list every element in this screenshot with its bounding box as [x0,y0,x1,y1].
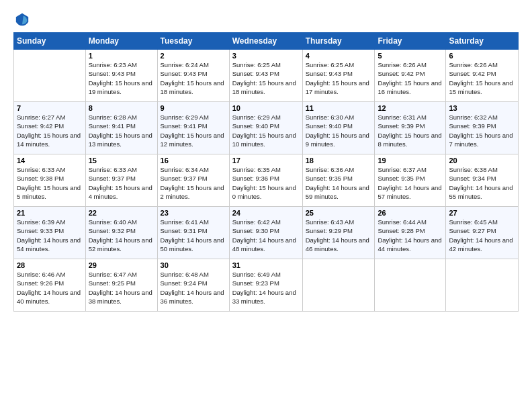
calendar-cell: 6Sunrise: 6:26 AMSunset: 9:42 PMDaylight… [446,50,519,102]
day-number: 12 [378,104,443,112]
calendar-cell: 15Sunrise: 6:33 AMSunset: 9:37 PMDayligh… [85,154,157,207]
day-info: Sunrise: 6:33 AMSunset: 9:38 PMDaylight:… [17,166,81,200]
calendar-cell: 11Sunrise: 6:30 AMSunset: 9:40 PMDayligh… [302,102,375,154]
week-row: 28Sunrise: 6:46 AMSunset: 9:26 PMDayligh… [14,259,519,312]
col-sunday: Sunday [14,33,86,50]
calendar-cell: 29Sunrise: 6:47 AMSunset: 9:25 PMDayligh… [85,259,157,312]
week-row: 7Sunrise: 6:27 AMSunset: 9:42 PMDaylight… [14,102,519,154]
col-tuesday: Tuesday [157,33,229,50]
day-number: 8 [89,104,154,112]
day-info: Sunrise: 6:47 AMSunset: 9:25 PMDaylight:… [89,271,152,305]
day-number: 19 [378,156,443,165]
col-friday: Friday [375,33,446,50]
calendar-cell: 2Sunrise: 6:24 AMSunset: 9:43 PMDaylight… [157,50,229,102]
logo-icon [15,12,30,27]
calendar-cell: 31Sunrise: 6:49 AMSunset: 9:23 PMDayligh… [229,259,302,312]
calendar-cell: 23Sunrise: 6:41 AMSunset: 9:31 PMDayligh… [157,207,229,259]
day-number: 22 [89,209,154,217]
calendar-cell: 9Sunrise: 6:29 AMSunset: 9:41 PMDaylight… [157,102,229,154]
day-number: 31 [232,261,300,269]
day-info: Sunrise: 6:45 AMSunset: 9:27 PMDaylight:… [449,218,513,253]
day-number: 13 [449,104,515,112]
calendar-cell: 14Sunrise: 6:33 AMSunset: 9:38 PMDayligh… [14,154,86,207]
day-number: 21 [17,209,83,217]
calendar-cell: 4Sunrise: 6:25 AMSunset: 9:43 PMDaylight… [302,50,375,102]
calendar-cell [375,259,446,312]
week-row: 14Sunrise: 6:33 AMSunset: 9:38 PMDayligh… [14,154,519,207]
calendar-cell: 27Sunrise: 6:45 AMSunset: 9:27 PMDayligh… [446,207,519,259]
day-number: 7 [17,104,83,112]
calendar-cell: 19Sunrise: 6:37 AMSunset: 9:35 PMDayligh… [375,154,446,207]
logo [13,12,30,24]
calendar-table: Sunday Monday Tuesday Wednesday Thursday… [13,32,519,312]
page: Sunday Monday Tuesday Wednesday Thursday… [0,0,532,318]
week-row: 1Sunrise: 6:23 AMSunset: 9:43 PMDaylight… [14,50,519,102]
day-info: Sunrise: 6:29 AMSunset: 9:40 PMDaylight:… [232,113,296,148]
day-number: 16 [161,156,226,165]
day-info: Sunrise: 6:37 AMSunset: 9:35 PMDaylight:… [378,166,441,200]
calendar-cell: 30Sunrise: 6:48 AMSunset: 9:24 PMDayligh… [157,259,229,312]
day-number: 15 [89,156,154,165]
calendar-cell: 3Sunrise: 6:25 AMSunset: 9:43 PMDaylight… [229,50,302,102]
calendar-cell: 28Sunrise: 6:46 AMSunset: 9:26 PMDayligh… [14,259,86,312]
calendar-cell: 26Sunrise: 6:44 AMSunset: 9:28 PMDayligh… [375,207,446,259]
day-info: Sunrise: 6:48 AMSunset: 9:24 PMDaylight:… [161,271,224,305]
day-info: Sunrise: 6:36 AMSunset: 9:35 PMDaylight:… [306,166,369,200]
day-number: 2 [161,52,226,60]
day-number: 5 [378,52,443,60]
day-info: Sunrise: 6:31 AMSunset: 9:39 PMDaylight:… [378,113,441,148]
day-number: 28 [17,261,83,269]
calendar-cell: 25Sunrise: 6:43 AMSunset: 9:29 PMDayligh… [302,207,375,259]
day-number: 29 [89,261,154,269]
day-info: Sunrise: 6:38 AMSunset: 9:34 PMDaylight:… [449,166,513,200]
day-info: Sunrise: 6:28 AMSunset: 9:41 PMDaylight:… [89,113,152,148]
day-info: Sunrise: 6:44 AMSunset: 9:28 PMDaylight:… [378,218,441,253]
day-number: 18 [306,156,372,165]
col-wednesday: Wednesday [229,33,302,50]
day-number: 11 [306,104,372,112]
calendar-cell: 24Sunrise: 6:42 AMSunset: 9:30 PMDayligh… [229,207,302,259]
day-info: Sunrise: 6:24 AMSunset: 9:43 PMDaylight:… [161,61,224,95]
day-info: Sunrise: 6:39 AMSunset: 9:33 PMDaylight:… [17,218,81,253]
day-info: Sunrise: 6:43 AMSunset: 9:29 PMDaylight:… [306,218,369,253]
day-number: 24 [232,209,300,217]
day-number: 9 [161,104,226,112]
day-number: 10 [232,104,300,112]
day-number: 27 [449,209,515,217]
week-row: 21Sunrise: 6:39 AMSunset: 9:33 PMDayligh… [14,207,519,259]
calendar-cell: 1Sunrise: 6:23 AMSunset: 9:43 PMDaylight… [85,50,157,102]
calendar-cell [14,50,86,102]
day-number: 25 [306,209,372,217]
col-thursday: Thursday [302,33,375,50]
calendar-cell [446,259,519,312]
day-info: Sunrise: 6:25 AMSunset: 9:43 PMDaylight:… [232,61,296,95]
col-saturday: Saturday [446,33,519,50]
day-number: 1 [89,52,154,60]
calendar-cell: 21Sunrise: 6:39 AMSunset: 9:33 PMDayligh… [14,207,86,259]
calendar-cell: 7Sunrise: 6:27 AMSunset: 9:42 PMDaylight… [14,102,86,154]
day-number: 14 [17,156,83,165]
day-number: 4 [306,52,372,60]
calendar-cell: 18Sunrise: 6:36 AMSunset: 9:35 PMDayligh… [302,154,375,207]
day-info: Sunrise: 6:41 AMSunset: 9:31 PMDaylight:… [161,218,224,253]
day-number: 3 [232,52,300,60]
day-number: 20 [449,156,515,165]
day-info: Sunrise: 6:34 AMSunset: 9:37 PMDaylight:… [161,166,224,200]
calendar-cell [302,259,375,312]
day-info: Sunrise: 6:25 AMSunset: 9:43 PMDaylight:… [306,61,369,95]
day-number: 6 [449,52,515,60]
day-info: Sunrise: 6:33 AMSunset: 9:37 PMDaylight:… [89,166,152,200]
day-info: Sunrise: 6:49 AMSunset: 9:23 PMDaylight:… [232,271,296,305]
day-info: Sunrise: 6:26 AMSunset: 9:42 PMDaylight:… [449,61,513,95]
col-monday: Monday [85,33,157,50]
calendar-cell: 5Sunrise: 6:26 AMSunset: 9:42 PMDaylight… [375,50,446,102]
calendar-cell: 13Sunrise: 6:32 AMSunset: 9:39 PMDayligh… [446,102,519,154]
day-info: Sunrise: 6:27 AMSunset: 9:42 PMDaylight:… [17,113,81,148]
day-info: Sunrise: 6:26 AMSunset: 9:42 PMDaylight:… [378,61,441,95]
calendar-cell: 12Sunrise: 6:31 AMSunset: 9:39 PMDayligh… [375,102,446,154]
day-number: 23 [161,209,226,217]
header [13,12,519,24]
day-info: Sunrise: 6:23 AMSunset: 9:43 PMDaylight:… [89,61,152,95]
calendar-cell: 10Sunrise: 6:29 AMSunset: 9:40 PMDayligh… [229,102,302,154]
header-row: Sunday Monday Tuesday Wednesday Thursday… [14,33,519,50]
